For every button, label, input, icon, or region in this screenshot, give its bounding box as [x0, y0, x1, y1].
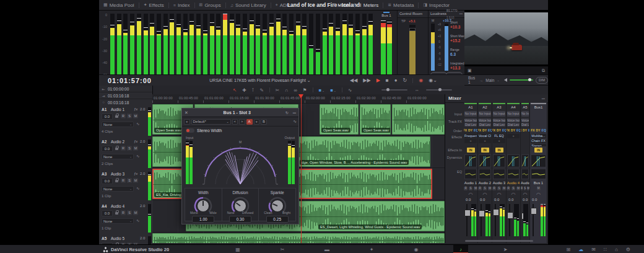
solo-button[interactable]: S	[469, 187, 472, 190]
dynamics-thumbnail[interactable]	[479, 154, 491, 167]
effect-slot[interactable]: Chain FX	[531, 139, 546, 143]
audio-clip[interactable]	[152, 233, 445, 243]
strip-gain-value[interactable]: 0.0	[507, 198, 520, 202]
lock-icon[interactable]	[115, 212, 118, 215]
trackfx-chip[interactable]: Voice Iso	[464, 118, 477, 122]
trackfx-chip[interactable]: Dial Lev	[507, 123, 520, 126]
strip-track-name[interactable]: Audio 3	[492, 180, 506, 186]
dynamics-thumbnail[interactable]	[493, 154, 505, 167]
mixer-strip-A1[interactable]: A1No InputVoice IsoDial LevFXDYEQFrequen…	[464, 102, 478, 243]
plugin-history-icon[interactable]: ↻	[284, 110, 290, 115]
horizontal-zoom-slider[interactable]	[381, 89, 407, 91]
eq-thumbnail[interactable]	[507, 169, 520, 179]
marker-color-dropdown[interactable]: ■⌄	[319, 87, 325, 93]
mute-button[interactable]: M	[527, 187, 529, 190]
plugin-menu-icon[interactable]: •••	[290, 111, 298, 115]
strip-track-name[interactable]: Audio 2	[478, 180, 492, 186]
track-bus-dropdown[interactable]: None⌄	[102, 218, 134, 224]
mute-button[interactable]: M	[133, 146, 138, 151]
effects-in-button[interactable]: IN	[495, 148, 503, 153]
input-selector[interactable]: No Input	[464, 111, 477, 117]
toolbar-media-pool-button[interactable]: ▦Media Pool	[99, 0, 139, 10]
toolbar-mixer-button[interactable]: ▤Mixer	[328, 0, 354, 10]
link-tool[interactable]: ∞	[294, 87, 297, 93]
toolbar-sound-library-button[interactable]: ♫Sound Library	[226, 0, 271, 10]
automation-curve-icon[interactable]: ∿	[293, 119, 297, 124]
pan-curve-icon[interactable]: ∿	[136, 218, 139, 223]
track-header-A4[interactable]: A4Audio 42.00.0RSMNone⌄∿1 Clip	[99, 202, 152, 235]
page-deliver-button[interactable]: ➤	[498, 245, 513, 253]
fx-order-tokens[interactable]: FXDYEQ	[521, 127, 529, 132]
pen-tool[interactable]: ✎	[260, 87, 264, 93]
speaker-icon[interactable]	[502, 78, 507, 82]
page-cut-button[interactable]: ✂	[275, 245, 290, 253]
trackfx-chip[interactable]: Voice Iso	[479, 118, 491, 122]
preset-dropdown[interactable]: Default*⌄	[191, 119, 231, 125]
ab-compare-b-button[interactable]: B	[261, 119, 267, 125]
record-arm-button[interactable]: R	[121, 113, 126, 118]
fx-order-tokens[interactable]: FXDYEQ	[492, 127, 506, 132]
loudness-menu-icon[interactable]: •••	[459, 11, 463, 17]
mixer-strip-A5[interactable]: A5No InputVoice IsoDial LevFXDYEQAudio 5…	[521, 102, 530, 243]
mute-button[interactable]: M	[537, 187, 541, 190]
waveform-view-toggle[interactable]: ∿	[348, 87, 352, 93]
monitor-bus-label[interactable]: Bus 1	[468, 76, 477, 84]
pan-control[interactable]: ◠	[492, 192, 506, 198]
trackfx-chip[interactable]: Dial Lev	[464, 123, 477, 126]
track-header-A1[interactable]: A1Audio 1ƒx2.00.0RSMNone⌄∿4 Clips	[99, 105, 152, 138]
record-arm-button[interactable]: R	[507, 187, 510, 190]
solo-button[interactable]: S	[511, 187, 515, 190]
mute-button[interactable]: M	[516, 187, 520, 190]
knob-value[interactable]: 0.25	[266, 216, 289, 223]
record-arm-button[interactable]: R	[121, 178, 126, 183]
fader-handle[interactable]	[531, 208, 537, 215]
plugin-titlebar[interactable]: ✕ Bus 1 - Slot 3 ↻ •••	[182, 109, 298, 117]
eq-thumbnail[interactable]	[464, 169, 477, 179]
dynamics-thumbnail[interactable]	[531, 154, 546, 167]
track-bus-dropdown[interactable]: None⌄	[102, 186, 134, 192]
toolbar-effects-button[interactable]: ✦Effects	[139, 0, 168, 10]
stop-button[interactable]: ■	[386, 78, 389, 83]
effects-in-button[interactable]: IN	[534, 148, 542, 153]
mute-button[interactable]: M	[502, 187, 506, 190]
lock-icon[interactable]	[115, 148, 118, 150]
mixer-strip-A3[interactable]: A3No InputVoice IsoDial LevFXDYEQFL EQ+I…	[492, 102, 507, 243]
ab-compare-a-button[interactable]: A	[246, 119, 253, 125]
effect-slot[interactable]: Vocal Ch...	[479, 134, 491, 138]
lock-icon[interactable]	[115, 115, 118, 118]
viewer-expand-icon[interactable]: ⧉	[542, 68, 545, 73]
preset-prev-button[interactable]: <	[232, 119, 238, 125]
add-effect-button[interactable]: +	[479, 139, 491, 143]
input-selector[interactable]: No Input	[479, 111, 491, 117]
effect-slot[interactable]: Multiba...	[531, 134, 546, 138]
fast-forward-button[interactable]: ▶▶	[363, 78, 370, 83]
fx-order-tokens[interactable]: FXDYEQ	[464, 127, 477, 132]
snap-tool[interactable]: ∩	[285, 87, 288, 93]
track-gain-value[interactable]: 0.0	[102, 210, 113, 216]
mixer-strip-A2[interactable]: A2No InputVoice IsoDial LevFXDYEQVocal C…	[478, 102, 492, 243]
mixer-menu-icon[interactable]: •••	[542, 97, 545, 100]
playhead[interactable]	[301, 94, 302, 243]
eq-thumbnail[interactable]	[493, 169, 505, 179]
fader-handle[interactable]	[464, 210, 471, 216]
settings-icon[interactable]: ⚙	[626, 247, 630, 252]
track-header-A3[interactable]: A3Audio 3ƒx2.00.0RSMNone⌄∿1 Clip	[99, 170, 152, 203]
cloud-icon[interactable]: ☁	[578, 247, 583, 252]
record-arm-button[interactable]: R	[492, 187, 496, 190]
viewer-clip-icon[interactable]: ▣	[468, 68, 472, 73]
solo-button[interactable]: S	[127, 146, 132, 151]
mute-button[interactable]: M	[474, 187, 477, 190]
monitor-volume-slider[interactable]	[510, 79, 533, 81]
fader-handle[interactable]	[479, 210, 485, 217]
effects-in-button[interactable]: IN	[481, 148, 489, 153]
record-arm-button[interactable]: R	[478, 187, 482, 190]
dynamics-thumbnail[interactable]	[464, 154, 477, 167]
effect-slot[interactable]: Frequen...	[464, 134, 477, 138]
solo-button[interactable]: S	[524, 187, 526, 190]
strip-track-name[interactable]: Audio 1	[464, 180, 477, 186]
bus-select-indicator[interactable]	[383, 12, 389, 13]
strip-gain-value[interactable]: 0.0	[492, 198, 506, 202]
strip-track-name[interactable]: Audio 5	[521, 180, 529, 186]
fader-handle[interactable]	[493, 209, 499, 216]
solo-button[interactable]: S	[127, 210, 132, 215]
